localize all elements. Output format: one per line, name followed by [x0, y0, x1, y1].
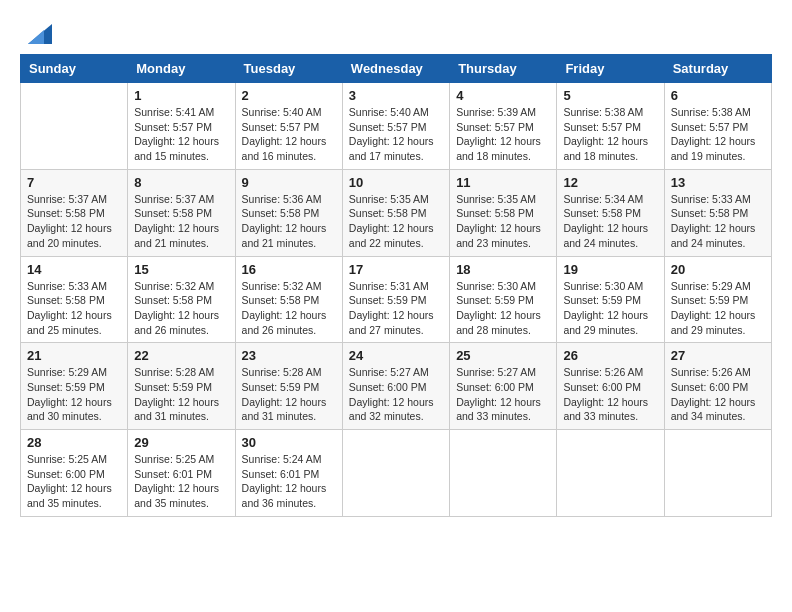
- day-number: 27: [671, 348, 765, 363]
- weekday-header-sunday: Sunday: [21, 55, 128, 83]
- day-number: 30: [242, 435, 336, 450]
- cell-content: Sunrise: 5:34 AMSunset: 5:58 PMDaylight:…: [563, 192, 657, 251]
- cell-content: Sunrise: 5:37 AMSunset: 5:58 PMDaylight:…: [134, 192, 228, 251]
- cell-content: Sunrise: 5:28 AMSunset: 5:59 PMDaylight:…: [134, 365, 228, 424]
- calendar-cell: 20Sunrise: 5:29 AMSunset: 5:59 PMDayligh…: [664, 256, 771, 343]
- calendar-cell: [450, 430, 557, 517]
- cell-content: Sunrise: 5:30 AMSunset: 5:59 PMDaylight:…: [456, 279, 550, 338]
- day-number: 20: [671, 262, 765, 277]
- day-number: 24: [349, 348, 443, 363]
- day-number: 19: [563, 262, 657, 277]
- calendar-cell: 9Sunrise: 5:36 AMSunset: 5:58 PMDaylight…: [235, 169, 342, 256]
- cell-content: Sunrise: 5:32 AMSunset: 5:58 PMDaylight:…: [242, 279, 336, 338]
- calendar-cell: 11Sunrise: 5:35 AMSunset: 5:58 PMDayligh…: [450, 169, 557, 256]
- day-number: 15: [134, 262, 228, 277]
- calendar-cell: 18Sunrise: 5:30 AMSunset: 5:59 PMDayligh…: [450, 256, 557, 343]
- cell-content: Sunrise: 5:25 AMSunset: 6:00 PMDaylight:…: [27, 452, 121, 511]
- cell-content: Sunrise: 5:38 AMSunset: 5:57 PMDaylight:…: [671, 105, 765, 164]
- calendar-cell: 15Sunrise: 5:32 AMSunset: 5:58 PMDayligh…: [128, 256, 235, 343]
- calendar-cell: [664, 430, 771, 517]
- day-number: 3: [349, 88, 443, 103]
- weekday-header-thursday: Thursday: [450, 55, 557, 83]
- weekday-header-friday: Friday: [557, 55, 664, 83]
- weekday-header-saturday: Saturday: [664, 55, 771, 83]
- calendar-cell: 26Sunrise: 5:26 AMSunset: 6:00 PMDayligh…: [557, 343, 664, 430]
- calendar-cell: 13Sunrise: 5:33 AMSunset: 5:58 PMDayligh…: [664, 169, 771, 256]
- logo-icon: [24, 20, 52, 48]
- day-number: 11: [456, 175, 550, 190]
- cell-content: Sunrise: 5:32 AMSunset: 5:58 PMDaylight:…: [134, 279, 228, 338]
- logo: [20, 20, 52, 44]
- calendar-cell: 4Sunrise: 5:39 AMSunset: 5:57 PMDaylight…: [450, 83, 557, 170]
- calendar-week-row: 7Sunrise: 5:37 AMSunset: 5:58 PMDaylight…: [21, 169, 772, 256]
- calendar-cell: [557, 430, 664, 517]
- day-number: 7: [27, 175, 121, 190]
- cell-content: Sunrise: 5:33 AMSunset: 5:58 PMDaylight:…: [27, 279, 121, 338]
- calendar-cell: 8Sunrise: 5:37 AMSunset: 5:58 PMDaylight…: [128, 169, 235, 256]
- cell-content: Sunrise: 5:35 AMSunset: 5:58 PMDaylight:…: [456, 192, 550, 251]
- calendar-cell: 3Sunrise: 5:40 AMSunset: 5:57 PMDaylight…: [342, 83, 449, 170]
- calendar-cell: 5Sunrise: 5:38 AMSunset: 5:57 PMDaylight…: [557, 83, 664, 170]
- cell-content: Sunrise: 5:26 AMSunset: 6:00 PMDaylight:…: [563, 365, 657, 424]
- calendar-cell: [342, 430, 449, 517]
- calendar-cell: 23Sunrise: 5:28 AMSunset: 5:59 PMDayligh…: [235, 343, 342, 430]
- day-number: 4: [456, 88, 550, 103]
- cell-content: Sunrise: 5:35 AMSunset: 5:58 PMDaylight:…: [349, 192, 443, 251]
- cell-content: Sunrise: 5:28 AMSunset: 5:59 PMDaylight:…: [242, 365, 336, 424]
- day-number: 16: [242, 262, 336, 277]
- calendar-cell: 25Sunrise: 5:27 AMSunset: 6:00 PMDayligh…: [450, 343, 557, 430]
- calendar-cell: 16Sunrise: 5:32 AMSunset: 5:58 PMDayligh…: [235, 256, 342, 343]
- calendar-cell: 24Sunrise: 5:27 AMSunset: 6:00 PMDayligh…: [342, 343, 449, 430]
- calendar-cell: 6Sunrise: 5:38 AMSunset: 5:57 PMDaylight…: [664, 83, 771, 170]
- calendar-cell: 30Sunrise: 5:24 AMSunset: 6:01 PMDayligh…: [235, 430, 342, 517]
- cell-content: Sunrise: 5:26 AMSunset: 6:00 PMDaylight:…: [671, 365, 765, 424]
- cell-content: Sunrise: 5:29 AMSunset: 5:59 PMDaylight:…: [671, 279, 765, 338]
- cell-content: Sunrise: 5:29 AMSunset: 5:59 PMDaylight:…: [27, 365, 121, 424]
- day-number: 21: [27, 348, 121, 363]
- calendar-week-row: 14Sunrise: 5:33 AMSunset: 5:58 PMDayligh…: [21, 256, 772, 343]
- day-number: 13: [671, 175, 765, 190]
- calendar-cell: 29Sunrise: 5:25 AMSunset: 6:01 PMDayligh…: [128, 430, 235, 517]
- cell-content: Sunrise: 5:27 AMSunset: 6:00 PMDaylight:…: [456, 365, 550, 424]
- day-number: 26: [563, 348, 657, 363]
- day-number: 10: [349, 175, 443, 190]
- day-number: 22: [134, 348, 228, 363]
- day-number: 17: [349, 262, 443, 277]
- cell-content: Sunrise: 5:25 AMSunset: 6:01 PMDaylight:…: [134, 452, 228, 511]
- calendar-week-row: 21Sunrise: 5:29 AMSunset: 5:59 PMDayligh…: [21, 343, 772, 430]
- day-number: 5: [563, 88, 657, 103]
- day-number: 8: [134, 175, 228, 190]
- calendar-body: 1Sunrise: 5:41 AMSunset: 5:57 PMDaylight…: [21, 83, 772, 517]
- calendar-cell: [21, 83, 128, 170]
- calendar-header-row: SundayMondayTuesdayWednesdayThursdayFrid…: [21, 55, 772, 83]
- calendar-cell: 28Sunrise: 5:25 AMSunset: 6:00 PMDayligh…: [21, 430, 128, 517]
- cell-content: Sunrise: 5:24 AMSunset: 6:01 PMDaylight:…: [242, 452, 336, 511]
- cell-content: Sunrise: 5:40 AMSunset: 5:57 PMDaylight:…: [242, 105, 336, 164]
- cell-content: Sunrise: 5:40 AMSunset: 5:57 PMDaylight:…: [349, 105, 443, 164]
- day-number: 18: [456, 262, 550, 277]
- cell-content: Sunrise: 5:30 AMSunset: 5:59 PMDaylight:…: [563, 279, 657, 338]
- cell-content: Sunrise: 5:38 AMSunset: 5:57 PMDaylight:…: [563, 105, 657, 164]
- day-number: 1: [134, 88, 228, 103]
- calendar-table: SundayMondayTuesdayWednesdayThursdayFrid…: [20, 54, 772, 517]
- cell-content: Sunrise: 5:37 AMSunset: 5:58 PMDaylight:…: [27, 192, 121, 251]
- weekday-header-wednesday: Wednesday: [342, 55, 449, 83]
- day-number: 2: [242, 88, 336, 103]
- weekday-header-monday: Monday: [128, 55, 235, 83]
- cell-content: Sunrise: 5:31 AMSunset: 5:59 PMDaylight:…: [349, 279, 443, 338]
- day-number: 29: [134, 435, 228, 450]
- day-number: 25: [456, 348, 550, 363]
- calendar-cell: 1Sunrise: 5:41 AMSunset: 5:57 PMDaylight…: [128, 83, 235, 170]
- day-number: 6: [671, 88, 765, 103]
- calendar-cell: 7Sunrise: 5:37 AMSunset: 5:58 PMDaylight…: [21, 169, 128, 256]
- calendar-cell: 22Sunrise: 5:28 AMSunset: 5:59 PMDayligh…: [128, 343, 235, 430]
- svg-marker-1: [28, 30, 44, 44]
- day-number: 14: [27, 262, 121, 277]
- day-number: 9: [242, 175, 336, 190]
- calendar-week-row: 28Sunrise: 5:25 AMSunset: 6:00 PMDayligh…: [21, 430, 772, 517]
- calendar-cell: 21Sunrise: 5:29 AMSunset: 5:59 PMDayligh…: [21, 343, 128, 430]
- day-number: 23: [242, 348, 336, 363]
- calendar-cell: 17Sunrise: 5:31 AMSunset: 5:59 PMDayligh…: [342, 256, 449, 343]
- cell-content: Sunrise: 5:27 AMSunset: 6:00 PMDaylight:…: [349, 365, 443, 424]
- calendar-week-row: 1Sunrise: 5:41 AMSunset: 5:57 PMDaylight…: [21, 83, 772, 170]
